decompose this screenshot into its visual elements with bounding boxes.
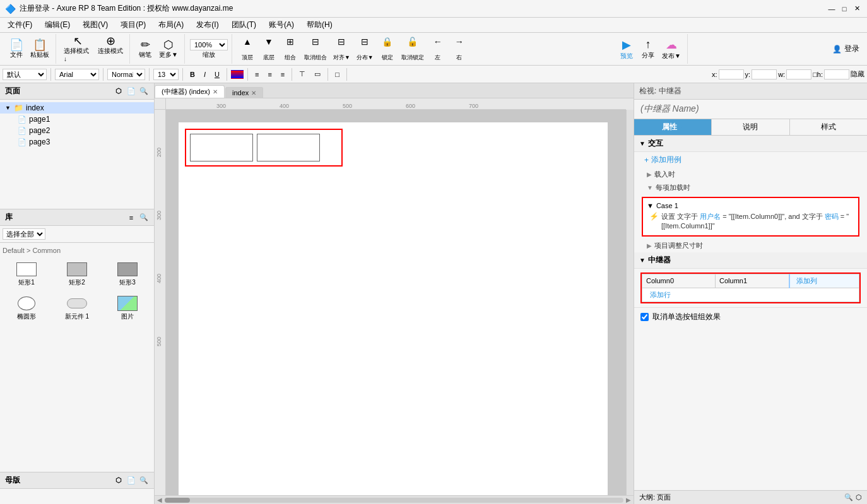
toolbar-connect-btn[interactable]: ⊕ 连接模式 [95,34,126,64]
toolbar-pen-btn[interactable]: ✏ 钢笔 [135,38,155,61]
vert-align-btn[interactable]: ⊤ [296,69,309,79]
pages-doc-icon[interactable]: 📄 [126,86,136,97]
toolbar-unlock-btn[interactable]: 🔓取消锁定 [399,35,427,63]
font-size-select[interactable]: 13 [153,69,179,80]
bold-btn[interactable]: B [187,69,198,79]
toolbar-ungroup-btn[interactable]: ⊟取消组合 [302,35,329,63]
col0-header[interactable]: Column0 [642,274,716,288]
library-search-icon[interactable]: 🔍 [139,213,149,223]
zoom-select[interactable]: 100% 50% 200% [190,39,228,50]
status-icon1[interactable]: 🔍 [844,493,853,501]
italic-btn[interactable]: I [201,69,209,79]
widget-new1[interactable]: 新元件 1 [53,292,101,324]
canvas-workspace[interactable] [166,110,626,495]
component-name[interactable]: (中继器 Name) [634,100,867,119]
toolbar-lock-btn[interactable]: 🔒锁定 [377,35,398,63]
add-col-btn[interactable]: 添加列 [794,275,820,286]
underline-btn[interactable]: U [211,69,223,79]
login-button[interactable]: 👤 登录 [827,42,864,56]
add-row-btn[interactable]: 添加行 [646,289,675,300]
page-item-index[interactable]: ▼ 📁 index [0,102,154,114]
status-icon2[interactable]: ⬡ [856,493,862,501]
tab-index-close[interactable]: ✕ [251,90,256,97]
add-usecase-btn[interactable]: + 添加用例 [634,152,867,168]
canvas-scrollbar-v[interactable] [626,110,634,495]
toolbar-left-btn[interactable]: ←左 [428,35,448,63]
toolbar-clipboard-btn[interactable]: 📋 粘贴板 [28,38,52,61]
canvas-cell-2[interactable] [257,134,320,161]
scroll-left-icon[interactable]: ◀ [157,496,162,503]
toolbar-top-btn[interactable]: ▲顶层 [237,35,257,63]
scroll-right-icon[interactable]: ▶ [626,496,631,503]
border-btn[interactable]: □ [332,69,343,79]
masters-search-icon[interactable]: 🔍 [139,476,149,486]
widget-rect2[interactable]: 矩形2 [53,258,101,290]
h-input[interactable] [824,69,849,79]
pages-add-icon[interactable]: ⬡ [114,86,124,97]
widget-rect3[interactable]: 矩形3 [103,258,151,290]
menu-layout[interactable]: 布局(A) [156,19,186,31]
event-onitem[interactable]: ▼ 每项加载时 [634,181,867,194]
col1-header[interactable]: Column1 [716,274,789,288]
tab-repeater-close[interactable]: ✕ [213,88,218,95]
masters-add-icon[interactable]: ⬡ [114,476,124,486]
toolbar-more-btn[interactable]: ⬡ 更多▼ [156,38,180,61]
toolbar-right-btn[interactable]: →右 [449,35,469,63]
page-item-page2[interactable]: 📄 page2 [0,125,154,136]
font-style-select[interactable]: Normal [107,69,145,80]
canvas-cell-1[interactable] [190,134,253,161]
pages-search-icon[interactable]: 🔍 [139,86,149,97]
close-btn[interactable]: ✕ [852,4,862,14]
event-onresize[interactable]: ▶ 项目调整尺寸时 [634,239,867,252]
scrollbar-thumb[interactable] [165,498,190,503]
interaction-section-header[interactable]: ▼ 交互 [634,136,867,152]
page-item-page1[interactable]: 📄 page1 [0,114,154,125]
widget-oval[interactable]: 椭圆形 [3,292,50,324]
library-menu-icon[interactable]: ≡ [126,213,136,223]
page-item-page3[interactable]: 📄 page3 [0,136,154,148]
canvas-scrollbar-h[interactable]: ◀ ▶ [155,495,634,504]
menu-publish[interactable]: 发布(I) [194,19,221,31]
toolbar-group-btn[interactable]: ⊞组合 [280,35,300,63]
fill-btn[interactable]: ▭ [311,69,324,79]
case1-header[interactable]: ▼ Case 1 [647,201,854,211]
toolbar-align-btn[interactable]: ⊟对齐▼ [331,35,353,63]
radio-group-checkbox[interactable] [640,313,649,321]
menu-file[interactable]: 文件(F) [5,19,35,31]
right-tab-notes[interactable]: 说明 [712,119,789,135]
w-input[interactable] [786,69,811,79]
toolbar-publish-btn[interactable]: ☁ 发布▼ [659,37,683,62]
style-select[interactable]: 默认 [3,69,47,80]
event-onload[interactable]: ▶ 载入时 [634,168,867,181]
toolbar-bottom-btn[interactable]: ▼底层 [259,35,279,63]
font-select[interactable]: Arial [55,69,99,80]
right-tab-properties[interactable]: 属性 • [634,119,712,135]
align-right-btn[interactable]: ≡ [278,69,288,79]
menu-account[interactable]: 账号(A) [266,19,297,31]
menu-view[interactable]: 视图(V) [80,19,110,31]
scrollbar-track[interactable] [165,498,623,503]
menu-project[interactable]: 项目(P) [118,19,148,31]
maximize-btn[interactable]: □ [839,4,849,14]
menu-help[interactable]: 帮助(H) [304,19,335,31]
align-left-btn[interactable]: ≡ [252,69,262,79]
toolbar-share-btn[interactable]: ↑ 分享 [638,37,658,62]
menu-team[interactable]: 团队(T) [229,19,259,31]
toolbar-preview-btn[interactable]: ▶ 预览 [616,37,637,62]
window-controls[interactable]: — □ ✕ [827,4,862,14]
toolbar-file-btn[interactable]: 📄 文件 [6,38,27,61]
menu-edit[interactable]: 编辑(E) [42,19,73,31]
canvas-page[interactable] [179,122,608,495]
widget-rect1[interactable]: 矩形1 [3,258,50,290]
y-input[interactable] [752,69,777,79]
align-center-btn[interactable]: ≡ [264,69,274,79]
minimize-btn[interactable]: — [827,4,837,14]
canvas-repeater-widget[interactable] [185,129,343,167]
x-input[interactable] [719,69,744,79]
tab-index[interactable]: index ✕ [225,87,263,98]
toolbar-distribute-btn[interactable]: ⊟分布▼ [354,35,376,63]
right-tab-style[interactable]: 样式 [790,119,867,135]
repeater-section-header[interactable]: ▼ 中继器 [634,252,867,269]
widget-img[interactable]: 图片 [103,292,151,324]
library-select[interactable]: 选择全部 [3,228,45,240]
